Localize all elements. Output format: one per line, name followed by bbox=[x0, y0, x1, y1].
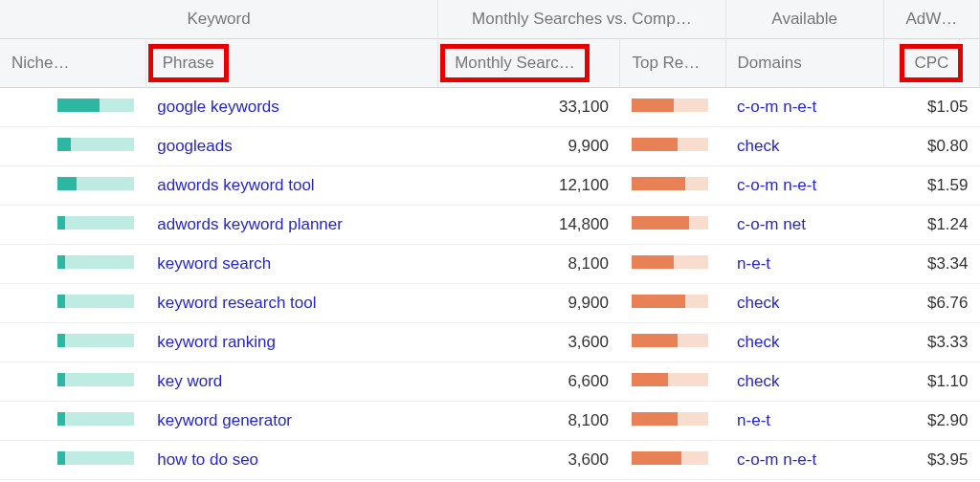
phrase-link[interactable]: how to do seo bbox=[157, 450, 258, 469]
header-group-monthly[interactable]: Monthly Searches vs. Comp… bbox=[438, 0, 725, 39]
nicheness-bar bbox=[57, 334, 134, 347]
phrase-cell: keyword search bbox=[145, 245, 437, 284]
domain-link[interactable]: n-e-t bbox=[737, 411, 770, 429]
phrase-link[interactable]: key word bbox=[157, 372, 222, 390]
domain-link[interactable]: check bbox=[737, 372, 779, 390]
cpc-cell: $6.76 bbox=[883, 284, 979, 323]
phrase-link[interactable]: adwords keyword planner bbox=[157, 215, 343, 233]
header-group-keyword[interactable]: Keyword bbox=[0, 0, 438, 39]
nicheness-bar bbox=[57, 99, 134, 112]
cpc-cell: $3.34 bbox=[883, 245, 979, 284]
nicheness-bar bbox=[57, 412, 134, 426]
table-row: keyword ranking3,600check$3.33 bbox=[0, 323, 980, 362]
header-col-top[interactable]: Top Re… bbox=[620, 39, 725, 88]
header-columns-row: Niche… Phrase Monthly Searc… Top Re… Dom… bbox=[0, 39, 980, 88]
domain-link[interactable]: check bbox=[737, 294, 779, 312]
domains-cell: c-o-m n-e-t bbox=[725, 88, 883, 127]
cpc-cell: $0.80 bbox=[883, 127, 979, 166]
top-result-cell bbox=[620, 127, 725, 166]
table-row: googleads9,900check$0.80 bbox=[0, 127, 980, 166]
phrase-link[interactable]: keyword generator bbox=[157, 411, 292, 429]
cpc-cell: $3.33 bbox=[883, 323, 979, 362]
header-group-available[interactable]: Available bbox=[725, 0, 883, 39]
nicheness-cell bbox=[0, 166, 145, 206]
table-row: how to do seo3,600c-o-m n-e-t$3.95 bbox=[0, 441, 980, 480]
top-result-bar bbox=[632, 451, 708, 465]
domains-cell: check bbox=[725, 323, 883, 362]
nicheness-cell bbox=[0, 323, 145, 362]
cpc-cell: $3.95 bbox=[883, 441, 979, 480]
header-col-cpc[interactable]: CPC bbox=[883, 39, 979, 88]
domains-cell: n-e-t bbox=[725, 245, 883, 284]
domain-link[interactable]: c-o-m net bbox=[737, 215, 806, 233]
top-result-bar bbox=[632, 295, 708, 308]
phrase-cell: googleads bbox=[145, 127, 437, 166]
top-result-bar bbox=[632, 255, 708, 269]
top-result-bar bbox=[632, 373, 708, 386]
monthly-searches-cell: 9,900 bbox=[438, 127, 620, 166]
phrase-link[interactable]: adwords keyword tool bbox=[157, 176, 314, 194]
cpc-cell: $1.24 bbox=[883, 206, 979, 245]
phrase-cell: google keywords bbox=[145, 88, 437, 127]
table-row: adwords keyword planner14,800c-o-m net$1… bbox=[0, 206, 980, 245]
domains-cell: c-o-m net bbox=[725, 206, 883, 245]
table-row: adwords keyword tool12,100c-o-m n-e-t$1.… bbox=[0, 166, 980, 206]
cpc-cell: $2.90 bbox=[883, 402, 979, 441]
nicheness-cell bbox=[0, 441, 145, 480]
table-row: key word6,600check$1.10 bbox=[0, 362, 980, 402]
table-row: keyword generator8,100n-e-t$2.90 bbox=[0, 402, 980, 441]
header-col-niche[interactable]: Niche… bbox=[0, 39, 145, 88]
monthly-searches-cell: 12,100 bbox=[438, 166, 620, 206]
domain-link[interactable]: c-o-m n-e-t bbox=[737, 450, 816, 469]
phrase-cell: adwords keyword planner bbox=[145, 206, 437, 245]
monthly-searches-cell: 8,100 bbox=[438, 245, 620, 284]
nicheness-cell bbox=[0, 245, 145, 284]
phrase-cell: keyword generator bbox=[145, 402, 437, 441]
phrase-cell: keyword research tool bbox=[145, 284, 437, 323]
top-result-bar bbox=[632, 138, 708, 151]
cpc-cell: $1.05 bbox=[883, 88, 979, 127]
top-result-cell bbox=[620, 284, 725, 323]
table-row: keyword research tool9,900check$6.76 bbox=[0, 284, 980, 323]
top-result-cell bbox=[620, 206, 725, 245]
monthly-searches-cell: 8,100 bbox=[438, 402, 620, 441]
cpc-cell: $1.59 bbox=[883, 166, 979, 206]
top-result-cell bbox=[620, 402, 725, 441]
top-result-bar bbox=[632, 216, 708, 230]
top-result-bar bbox=[632, 177, 708, 190]
monthly-searches-cell: 6,600 bbox=[438, 362, 620, 402]
nicheness-bar bbox=[57, 138, 134, 151]
nicheness-bar bbox=[57, 255, 134, 269]
phrase-link[interactable]: keyword ranking bbox=[157, 333, 276, 351]
monthly-searches-cell: 9,900 bbox=[438, 284, 620, 323]
nicheness-bar bbox=[57, 216, 134, 230]
top-result-cell bbox=[620, 323, 725, 362]
header-col-domains[interactable]: Domains bbox=[725, 39, 883, 88]
phrase-link[interactable]: google keywords bbox=[157, 98, 279, 116]
phrase-link[interactable]: keyword search bbox=[157, 254, 271, 273]
domain-link[interactable]: c-o-m n-e-t bbox=[737, 176, 816, 194]
nicheness-cell bbox=[0, 402, 145, 441]
domain-link[interactable]: c-o-m n-e-t bbox=[737, 98, 816, 116]
domain-link[interactable]: check bbox=[737, 137, 779, 155]
header-group-adwords[interactable]: AdW… bbox=[883, 0, 979, 39]
domain-link[interactable]: check bbox=[737, 333, 779, 351]
nicheness-cell bbox=[0, 284, 145, 323]
table-row: google keywords33,100c-o-m n-e-t$1.05 bbox=[0, 88, 980, 127]
highlight-phrase: Phrase bbox=[148, 44, 229, 82]
header-col-monthly[interactable]: Monthly Searc… bbox=[438, 39, 620, 88]
domains-cell: check bbox=[725, 284, 883, 323]
top-result-cell bbox=[620, 88, 725, 127]
highlight-monthly: Monthly Searc… bbox=[440, 44, 590, 82]
top-result-cell bbox=[620, 441, 725, 480]
phrase-link[interactable]: keyword research tool bbox=[157, 294, 316, 312]
phrase-link[interactable]: googleads bbox=[157, 137, 232, 155]
phrase-cell: adwords keyword tool bbox=[145, 166, 437, 206]
keyword-table: Keyword Monthly Searches vs. Comp… Avail… bbox=[0, 0, 980, 480]
top-result-cell bbox=[620, 245, 725, 284]
cpc-cell: $1.10 bbox=[883, 362, 979, 402]
domain-link[interactable]: n-e-t bbox=[737, 254, 770, 273]
header-col-phrase[interactable]: Phrase bbox=[145, 39, 437, 88]
nicheness-cell bbox=[0, 127, 145, 166]
nicheness-bar bbox=[57, 451, 134, 465]
